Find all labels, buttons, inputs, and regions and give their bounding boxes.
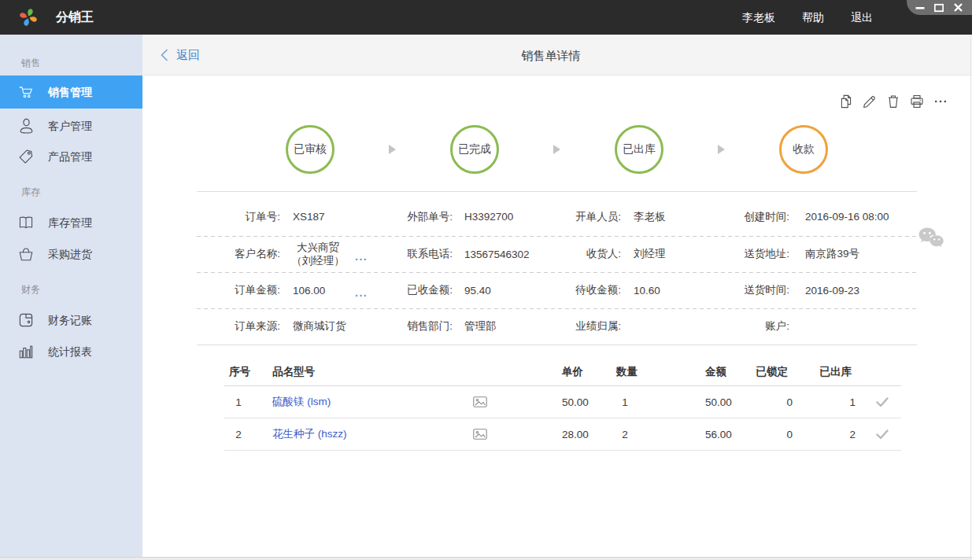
more-actions-button[interactable] (929, 92, 952, 111)
sidebar-item-customer-management[interactable]: 客户管理 (0, 110, 142, 142)
item-unit-price: 28.00 (562, 418, 589, 450)
field-value-pending-amount: 10.60 (634, 272, 660, 308)
col-header-name: 品名型号 (272, 358, 315, 385)
item-index: 1 (224, 386, 253, 418)
bar-chart-icon (19, 344, 33, 359)
window-controls (907, 0, 972, 15)
field-value-clerk: 李老板 (634, 192, 666, 236)
step-audited: 已审核 (286, 125, 334, 174)
items-table: 序号 品名型号 单价 数量 金额 已锁定 已出库 1 硫酸镁 (lsm) 50.… (224, 358, 901, 451)
item-row-2: 2 花生种子 (hszz) 28.00 2 56.00 0 2 (224, 418, 901, 451)
step-arrow-icon (718, 145, 725, 154)
item-name: 硫酸镁 (lsm) (272, 386, 331, 418)
item-shipped-check-icon (870, 418, 895, 450)
sidebar-section-inventory: 库存 (21, 184, 131, 200)
item-shipped: 1 (777, 386, 856, 418)
field-value-phone: 13567546302 (464, 236, 530, 272)
sidebar-item-product-management[interactable]: 产品管理 (0, 141, 142, 172)
field-label-phone: 联系电话: (369, 236, 453, 272)
detail-row-1: 订单号: XS187 外部单号: H3392700 开单人员: 李老板 创建时间… (197, 192, 917, 236)
app-logo-pinwheel-icon (20, 9, 37, 26)
field-value-order-amount: 106.00 (293, 272, 325, 308)
product-image-icon[interactable] (466, 386, 494, 418)
field-label-sales-department: 销售部门: (369, 308, 453, 344)
field-value-created-time: 2016-09-16 08:00 (805, 192, 889, 236)
topbar-user[interactable]: 李老板 (742, 0, 775, 35)
window-minimize-button[interactable] (911, 0, 929, 15)
sidebar-item-statistics-report[interactable]: 统计报表 (0, 336, 142, 367)
window-close-button[interactable] (948, 0, 967, 15)
field-label-clerk: 开单人员: (538, 192, 621, 236)
field-label-performance-owner: 业绩归属: (538, 308, 621, 344)
field-label-created-time: 创建时间: (706, 192, 789, 236)
tag-icon (19, 149, 33, 164)
field-label-received-amount: 已收金额: (369, 272, 453, 308)
print-order-button[interactable] (905, 92, 929, 111)
chevron-left-icon (161, 49, 168, 61)
basket-icon (19, 246, 33, 262)
wallet-icon (19, 312, 33, 328)
item-unit-price: 50.00 (562, 386, 589, 418)
item-index: 2 (224, 418, 253, 450)
item-row-1: 1 硫酸镁 (lsm) 50.00 1 50.00 0 1 (224, 386, 901, 418)
item-shipped: 2 (777, 418, 856, 450)
step-arrow-icon (389, 145, 396, 154)
field-label-account: 账户: (706, 308, 789, 344)
field-label-consignee: 收货人: (538, 236, 621, 272)
item-shipped-check-icon (870, 386, 895, 418)
detail-row-3: 订单金额: 106.00 ... 已收金额: 95.40 待收金额: 10.60… (197, 272, 917, 308)
field-value-customer: 大兴商贸 （刘经理） (288, 236, 348, 272)
item-quantity: 2 (615, 418, 634, 450)
product-link[interactable]: 硫酸镁 (lsm) (272, 395, 331, 409)
field-label-order-source: 订单来源: (197, 308, 280, 344)
field-label-delivery-address: 送货地址: (706, 236, 789, 272)
sidebar-item-sales-management[interactable]: 销售管理 (0, 76, 144, 109)
window-bottom-edge (0, 557, 972, 560)
topbar-help[interactable]: 帮助 (802, 0, 824, 35)
field-label-delivery-time: 送货时间: (706, 272, 789, 308)
field-value-external-no: H3392700 (464, 192, 513, 236)
col-header-unit-price: 单价 (562, 358, 583, 385)
field-value-order-no: XS187 (293, 192, 325, 236)
field-label-order-amount: 订单金额: (197, 272, 280, 308)
col-header-index: 序号 (229, 358, 250, 385)
item-quantity: 1 (615, 386, 634, 418)
delete-order-button[interactable] (881, 92, 905, 111)
product-image-icon[interactable] (466, 418, 494, 450)
topbar-logout[interactable]: 退出 (851, 0, 873, 35)
detail-row-4: 订单来源: 微商城订货 销售部门: 管理部 业绩归属: 账户: (197, 308, 917, 344)
user-icon (19, 118, 33, 134)
field-label-customer: 客户名称: (197, 236, 280, 272)
window-maximize-button[interactable] (929, 0, 948, 15)
field-value-sales-department: 管理部 (464, 308, 497, 344)
field-label-pending-amount: 待收金额: (538, 272, 621, 308)
field-label-external-no: 外部单号: (369, 192, 453, 236)
app-title: 分销王 (56, 0, 94, 35)
field-value-consignee: 刘经理 (634, 236, 666, 272)
col-header-quantity: 数量 (616, 358, 638, 385)
step-shipped: 已出库 (615, 125, 663, 174)
step-payment: 收款 (779, 125, 828, 174)
page-title: 销售单详情 (522, 35, 581, 76)
cart-icon (19, 84, 33, 100)
right-edge-divider (970, 35, 971, 557)
back-button[interactable]: 返回 (161, 35, 200, 76)
sidebar-item-purchasing[interactable]: 采购进货 (0, 238, 142, 270)
sidebar-item-finance-ledger[interactable]: 财务记账 (0, 304, 142, 336)
item-name: 花生种子 (hszz) (272, 418, 347, 450)
edit-order-button[interactable] (858, 92, 881, 111)
wechat-icon[interactable] (918, 227, 944, 250)
field-label-order-no: 订单号: (197, 192, 280, 236)
col-header-shipped: 已出库 (773, 358, 852, 385)
order-toolbar (834, 92, 952, 111)
field-value-delivery-time: 2016-09-23 (805, 272, 859, 308)
field-value-delivery-address: 南京路39号 (805, 236, 859, 272)
topbar (0, 0, 972, 35)
copy-order-button[interactable] (834, 92, 858, 111)
step-completed: 已完成 (450, 125, 499, 174)
product-link[interactable]: 花生种子 (hszz) (272, 427, 347, 441)
order-details: 订单号: XS187 外部单号: H3392700 开单人员: 李老板 创建时间… (197, 191, 917, 345)
sidebar-item-inventory-management[interactable]: 库存管理 (0, 207, 142, 238)
field-value-received-amount: 95.40 (464, 272, 491, 308)
items-table-header: 序号 品名型号 单价 数量 金额 已锁定 已出库 (224, 358, 901, 386)
